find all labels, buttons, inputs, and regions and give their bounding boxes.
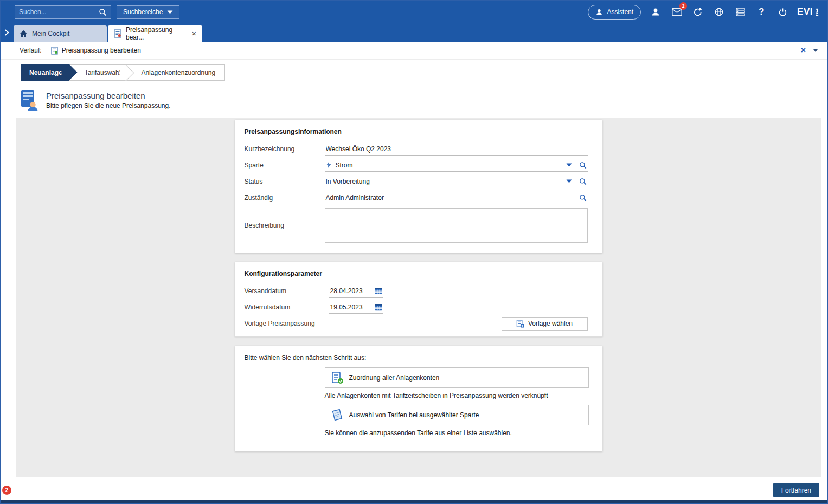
wizard-steps: Neuanlage Tarifauswahl Anlagenkontenzuor… [21,64,827,81]
server-icon [736,8,745,16]
assistant-button[interactable]: Assistent [588,5,641,20]
logout-button[interactable] [776,5,789,18]
content-area: Preisanpassungsinformationen Kurzbezeich… [16,118,821,477]
server-button[interactable] [734,5,747,18]
home-icon [20,30,28,37]
tab-preisanpassung[interactable]: Preisanpassung bear... × [108,25,202,42]
next-step-card: Bitte wählen Sie den nächsten Schritt au… [235,346,602,451]
mail-icon [672,8,682,16]
zustaendig-field[interactable]: Admin Administrator [325,191,588,204]
sparte-select[interactable]: Strom [325,159,588,172]
assistant-icon [595,8,603,16]
field-label: Zuständig [245,194,325,202]
global-search[interactable] [15,5,111,19]
step-label: Anlagenkontenzuordnung [141,69,215,76]
card-title: Preisanpassungsinformationen [245,128,588,135]
help-button[interactable]: ? [755,5,768,18]
step-label: Tarifauswahl [85,69,121,76]
search-icon[interactable] [99,8,107,16]
versanddatum-field [329,285,383,298]
vorlage-waehlen-button[interactable]: Vorlage wählen [502,317,588,331]
application-window: Suchbereiche Assistent 2 [0,0,828,504]
field-label: Sparte [245,161,325,169]
search-lookup-icon[interactable] [579,194,587,202]
option-description: Alle Anlagenkonten mit Tarifzeitscheiben… [325,392,588,399]
field-label: Kurzbezeichnung [245,145,325,153]
history-dropdown-icon[interactable] [813,49,818,52]
help-icon: ? [759,7,764,17]
step-label: Neuanlage [29,69,62,76]
checklist-icon [331,371,344,384]
topbar: Suchbereiche Assistent 2 [1,1,827,23]
lighthouse-icon [814,8,820,17]
field-label: Status [245,178,325,185]
field-label: Versanddatum [245,287,329,295]
chevron-down-icon[interactable] [566,179,572,183]
brand-logo: EVI [797,7,820,17]
history-close-icon[interactable]: × [801,46,806,55]
footer-bar: Fortfahren [1,477,827,503]
page-header: Preisanpassung bearbeiten Bitte pflegen … [1,82,827,118]
auswahl-tarife-button[interactable]: Auswahl von Tarifen bei ausgewählter Spa… [325,405,589,425]
field-label: Beschreibung [245,222,325,229]
search-input[interactable] [19,8,99,16]
page-icon [20,89,38,111]
vorlage-row: Vorlage Preisanpassung – Vorlage wählen [245,315,588,332]
search-areas-label: Suchbereiche [123,8,163,16]
kurzbezeichnung-row: Kurzbezeichnung [245,141,588,157]
history-bar: Verlauf: Preisanpassung bearbeiten × [1,42,827,60]
chevron-down-icon[interactable] [566,163,572,167]
window-bottom-edge [1,500,827,503]
vorlage-value: – [329,320,333,327]
topbar-actions: Assistent 2 [588,5,820,20]
status-row: Status In Vorbereitung [245,173,588,190]
option-label: Auswahl von Tarifen bei ausgewählter Spa… [349,411,479,419]
search-areas-button[interactable]: Suchbereiche [117,5,179,19]
fortfahren-button[interactable]: Fortfahren [773,483,819,497]
tab-close-icon[interactable]: × [192,30,196,37]
history-label: Verlauf: [20,47,42,54]
wizard-step-neuanlage[interactable]: Neuanlage [21,64,69,81]
status-value: In Vorbereitung [326,178,370,185]
versanddatum-input[interactable] [330,287,366,295]
tabbar: Mein Cockpit Preisanpassung bear... × [1,23,827,42]
tab-label: Preisanpassung bear... [126,26,188,41]
history-item-label: Preisanpassung bearbeiten [62,47,141,54]
globe-icon [714,7,724,17]
wizard-step-anlagenkontenzuordnung[interactable]: Anlagenkontenzuordnung [126,64,225,81]
tab-mein-cockpit[interactable]: Mein Cockpit [14,25,107,42]
calendar-icon[interactable] [375,303,382,311]
beschreibung-row: Beschreibung [245,206,588,245]
power-icon [778,8,787,17]
mail-button[interactable]: 2 [670,5,683,18]
option-label: Zuordnung aller Anlagenkonten [349,374,440,382]
zustaendig-row: Zuständig Admin Administrator [245,190,588,206]
history-item[interactable]: Preisanpassung bearbeiten [51,47,141,55]
user-button[interactable] [649,5,662,18]
status-select[interactable]: In Vorbereitung [325,175,588,188]
lightning-icon [326,161,332,169]
calendar-icon[interactable] [375,287,382,294]
refresh-button[interactable] [691,5,704,18]
chevron-down-icon [167,10,173,14]
assistant-label: Assistent [607,8,633,16]
globe-button[interactable] [713,5,726,18]
wizard-step-tarifauswahl[interactable]: Tarifauswahl [69,64,126,81]
zuordnung-anlagenkonten-button[interactable]: Zuordnung aller Anlagenkonten [325,367,589,388]
card-title: Konfigurationsparameter [245,270,588,277]
search-lookup-icon[interactable] [579,161,587,169]
expand-panel-button[interactable] [4,29,9,36]
document-icon [114,29,121,38]
kurzbezeichnung-input[interactable] [326,145,587,153]
notification-badge[interactable]: 2 [2,486,11,495]
option-description: Sie können die anzupassenden Tarife aus … [325,429,588,437]
notepad-icon [331,409,344,422]
widerrufsdatum-row: Widerrufsdatum [245,299,588,315]
widerrufsdatum-input[interactable] [330,303,366,311]
refresh-icon [693,7,703,17]
tab-label: Mein Cockpit [32,30,69,37]
beschreibung-textarea[interactable] [325,208,588,243]
search-lookup-icon[interactable] [579,178,587,185]
page-title: Preisanpassung bearbeiten [46,91,171,100]
field-label: Widerrufsdatum [245,303,329,311]
